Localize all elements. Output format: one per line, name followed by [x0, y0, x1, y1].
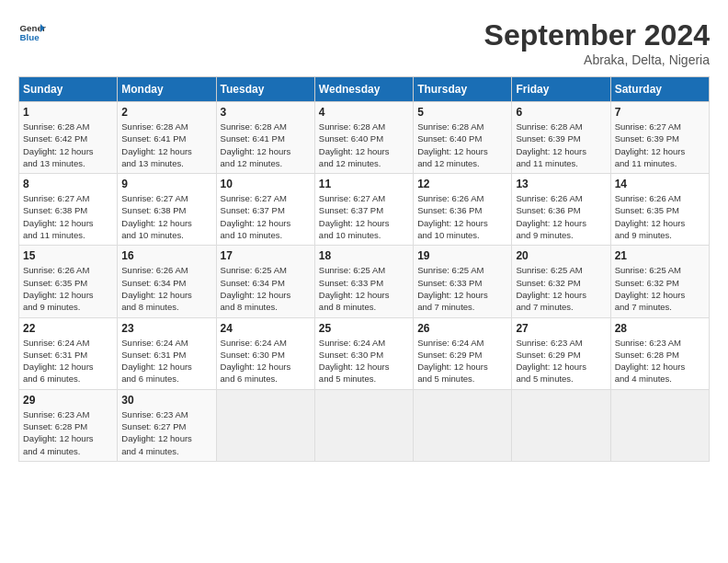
- day-info: Sunrise: 6:27 AM Sunset: 6:38 PM Dayligh…: [23, 192, 113, 241]
- day-number: 28: [615, 322, 705, 335]
- day-info: Sunrise: 6:28 AM Sunset: 6:40 PM Dayligh…: [319, 121, 409, 169]
- svg-text:Blue: Blue: [20, 32, 40, 42]
- day-info: Sunrise: 6:24 AM Sunset: 6:31 PM Dayligh…: [23, 337, 113, 385]
- day-number: 29: [23, 394, 113, 407]
- calendar-cell: 13Sunrise: 6:26 AM Sunset: 6:36 PM Dayli…: [512, 174, 610, 246]
- day-number: 7: [615, 106, 705, 119]
- calendar-cell: 17Sunrise: 6:25 AM Sunset: 6:34 PM Dayli…: [216, 246, 314, 317]
- location-title: Abraka, Delta, Nigeria: [484, 52, 710, 67]
- calendar-cell: [512, 389, 610, 461]
- calendar-cell: 25Sunrise: 6:24 AM Sunset: 6:30 PM Dayli…: [314, 317, 413, 389]
- calendar-cell: 9Sunrise: 6:27 AM Sunset: 6:38 PM Daylig…: [118, 174, 216, 246]
- day-number: 27: [516, 322, 606, 335]
- day-info: Sunrise: 6:25 AM Sunset: 6:33 PM Dayligh…: [417, 264, 507, 313]
- calendar-cell: 7Sunrise: 6:27 AM Sunset: 6:39 PM Daylig…: [610, 102, 709, 174]
- day-number: 5: [417, 106, 507, 119]
- day-number: 16: [121, 249, 211, 262]
- calendar-cell: 24Sunrise: 6:24 AM Sunset: 6:30 PM Dayli…: [216, 317, 314, 389]
- calendar-body: 1Sunrise: 6:28 AM Sunset: 6:42 PM Daylig…: [19, 102, 710, 462]
- day-info: Sunrise: 6:25 AM Sunset: 6:32 PM Dayligh…: [516, 264, 606, 313]
- day-info: Sunrise: 6:23 AM Sunset: 6:27 PM Dayligh…: [121, 408, 211, 457]
- day-number: 2: [121, 106, 211, 119]
- day-number: 9: [121, 178, 211, 190]
- day-of-week-header: Friday: [512, 77, 610, 102]
- title-area: September 2024 Abraka, Delta, Nigeria: [484, 18, 710, 67]
- day-info: Sunrise: 6:28 AM Sunset: 6:42 PM Dayligh…: [23, 121, 113, 169]
- day-info: Sunrise: 6:26 AM Sunset: 6:34 PM Dayligh…: [121, 264, 211, 313]
- calendar-table: SundayMondayTuesdayWednesdayThursdayFrid…: [18, 76, 710, 462]
- calendar-cell: 26Sunrise: 6:24 AM Sunset: 6:29 PM Dayli…: [414, 317, 512, 389]
- day-number: 1: [23, 106, 113, 119]
- day-info: Sunrise: 6:28 AM Sunset: 6:41 PM Dayligh…: [121, 121, 211, 169]
- day-number: 25: [319, 322, 409, 335]
- calendar-cell: 28Sunrise: 6:23 AM Sunset: 6:28 PM Dayli…: [610, 317, 709, 389]
- day-number: 30: [121, 394, 211, 407]
- day-number: 13: [516, 178, 606, 190]
- day-info: Sunrise: 6:24 AM Sunset: 6:30 PM Dayligh…: [221, 337, 311, 385]
- calendar-cell: 16Sunrise: 6:26 AM Sunset: 6:34 PM Dayli…: [118, 246, 216, 317]
- day-number: 14: [615, 178, 705, 190]
- month-title: September 2024: [484, 18, 710, 52]
- day-of-week-header: Saturday: [610, 77, 709, 102]
- calendar-cell: [216, 389, 314, 461]
- day-info: Sunrise: 6:25 AM Sunset: 6:34 PM Dayligh…: [221, 264, 311, 313]
- calendar-cell: 30Sunrise: 6:23 AM Sunset: 6:27 PM Dayli…: [118, 389, 216, 461]
- calendar-week-row: 15Sunrise: 6:26 AM Sunset: 6:35 PM Dayli…: [19, 246, 710, 317]
- calendar-cell: 29Sunrise: 6:23 AM Sunset: 6:28 PM Dayli…: [19, 389, 118, 461]
- day-number: 12: [417, 178, 507, 190]
- day-info: Sunrise: 6:27 AM Sunset: 6:37 PM Dayligh…: [221, 192, 311, 241]
- day-number: 20: [516, 249, 606, 262]
- calendar-cell: 23Sunrise: 6:24 AM Sunset: 6:31 PM Dayli…: [118, 317, 216, 389]
- day-info: Sunrise: 6:23 AM Sunset: 6:29 PM Dayligh…: [516, 337, 606, 385]
- day-info: Sunrise: 6:24 AM Sunset: 6:31 PM Dayligh…: [121, 337, 211, 385]
- calendar-cell: 4Sunrise: 6:28 AM Sunset: 6:40 PM Daylig…: [314, 102, 413, 174]
- day-info: Sunrise: 6:25 AM Sunset: 6:32 PM Dayligh…: [615, 264, 705, 313]
- day-number: 11: [319, 178, 409, 190]
- day-info: Sunrise: 6:24 AM Sunset: 6:30 PM Dayligh…: [319, 337, 409, 385]
- calendar-cell: 5Sunrise: 6:28 AM Sunset: 6:40 PM Daylig…: [414, 102, 512, 174]
- calendar-cell: 1Sunrise: 6:28 AM Sunset: 6:42 PM Daylig…: [19, 102, 118, 174]
- logo: General Blue: [18, 18, 46, 46]
- calendar-cell: 10Sunrise: 6:27 AM Sunset: 6:37 PM Dayli…: [216, 174, 314, 246]
- day-number: 22: [23, 322, 113, 335]
- day-info: Sunrise: 6:26 AM Sunset: 6:35 PM Dayligh…: [23, 264, 113, 313]
- calendar-cell: 6Sunrise: 6:28 AM Sunset: 6:39 PM Daylig…: [512, 102, 610, 174]
- logo-icon: General Blue: [18, 18, 46, 46]
- day-info: Sunrise: 6:26 AM Sunset: 6:36 PM Dayligh…: [516, 192, 606, 241]
- calendar-cell: 20Sunrise: 6:25 AM Sunset: 6:32 PM Dayli…: [512, 246, 610, 317]
- day-of-week-header: Tuesday: [216, 77, 314, 102]
- calendar-cell: 3Sunrise: 6:28 AM Sunset: 6:41 PM Daylig…: [216, 102, 314, 174]
- day-info: Sunrise: 6:28 AM Sunset: 6:41 PM Dayligh…: [221, 121, 311, 169]
- calendar-cell: 19Sunrise: 6:25 AM Sunset: 6:33 PM Dayli…: [414, 246, 512, 317]
- calendar-cell: 12Sunrise: 6:26 AM Sunset: 6:36 PM Dayli…: [414, 174, 512, 246]
- calendar-week-row: 8Sunrise: 6:27 AM Sunset: 6:38 PM Daylig…: [19, 174, 710, 246]
- day-info: Sunrise: 6:24 AM Sunset: 6:29 PM Dayligh…: [417, 337, 507, 385]
- calendar-cell: 27Sunrise: 6:23 AM Sunset: 6:29 PM Dayli…: [512, 317, 610, 389]
- day-info: Sunrise: 6:26 AM Sunset: 6:36 PM Dayligh…: [417, 192, 507, 241]
- calendar-week-row: 22Sunrise: 6:24 AM Sunset: 6:31 PM Dayli…: [19, 317, 710, 389]
- day-of-week-header: Monday: [118, 77, 216, 102]
- calendar-cell: 21Sunrise: 6:25 AM Sunset: 6:32 PM Dayli…: [610, 246, 709, 317]
- day-info: Sunrise: 6:28 AM Sunset: 6:40 PM Dayligh…: [417, 121, 507, 169]
- calendar-cell: 11Sunrise: 6:27 AM Sunset: 6:37 PM Dayli…: [314, 174, 413, 246]
- day-info: Sunrise: 6:27 AM Sunset: 6:39 PM Dayligh…: [615, 121, 705, 169]
- calendar-header-row: SundayMondayTuesdayWednesdayThursdayFrid…: [19, 77, 710, 102]
- day-number: 10: [221, 178, 311, 190]
- calendar-cell: [314, 389, 413, 461]
- day-number: 15: [23, 249, 113, 262]
- calendar-cell: 14Sunrise: 6:26 AM Sunset: 6:35 PM Dayli…: [610, 174, 709, 246]
- calendar-cell: 8Sunrise: 6:27 AM Sunset: 6:38 PM Daylig…: [19, 174, 118, 246]
- day-number: 3: [221, 106, 311, 119]
- calendar-week-row: 29Sunrise: 6:23 AM Sunset: 6:28 PM Dayli…: [19, 389, 710, 461]
- day-number: 24: [221, 322, 311, 335]
- day-number: 18: [319, 249, 409, 262]
- day-of-week-header: Thursday: [414, 77, 512, 102]
- day-number: 4: [319, 106, 409, 119]
- day-info: Sunrise: 6:23 AM Sunset: 6:28 PM Dayligh…: [23, 408, 113, 457]
- day-of-week-header: Wednesday: [314, 77, 413, 102]
- day-info: Sunrise: 6:23 AM Sunset: 6:28 PM Dayligh…: [615, 337, 705, 385]
- day-info: Sunrise: 6:25 AM Sunset: 6:33 PM Dayligh…: [319, 264, 409, 313]
- page-header: General Blue September 2024 Abraka, Delt…: [18, 18, 710, 67]
- day-info: Sunrise: 6:26 AM Sunset: 6:35 PM Dayligh…: [615, 192, 705, 241]
- day-number: 19: [417, 249, 507, 262]
